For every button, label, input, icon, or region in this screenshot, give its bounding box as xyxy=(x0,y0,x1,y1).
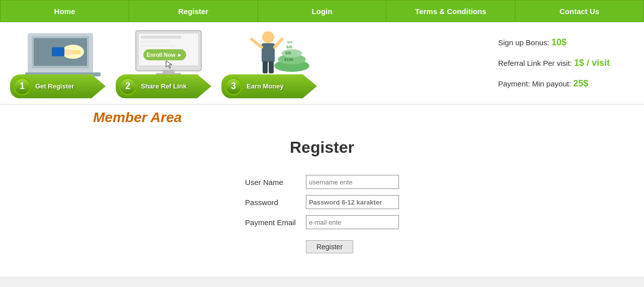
main-nav: Home Register Login Terms & Conditions C… xyxy=(0,0,644,22)
step-1-number: 1 xyxy=(13,77,31,95)
step-1: 1 Get Register xyxy=(10,28,116,99)
payment-label: Payment: Min payout: xyxy=(498,79,571,88)
svg-point-26 xyxy=(282,49,302,57)
nav-home[interactable]: Home xyxy=(1,1,129,22)
svg-rect-23 xyxy=(269,61,274,73)
info-panel: Sign up Bonus: 10$ Referral Link Per vis… xyxy=(493,27,634,99)
step-2-badge: 2 Share Ref Link xyxy=(116,74,211,99)
svg-rect-6 xyxy=(52,47,64,56)
step-1-badge: 1 Get Register xyxy=(10,74,106,99)
nav-contact[interactable]: Contact Us xyxy=(515,1,643,22)
svg-rect-19 xyxy=(262,43,275,62)
register-form: User Name Password Payment Email Registe… xyxy=(245,172,399,256)
member-area-title: Member Area xyxy=(93,110,182,125)
username-label: User Name xyxy=(245,172,306,192)
username-cell xyxy=(306,172,399,192)
password-label: Password xyxy=(245,192,306,212)
svg-text:$20: $20 xyxy=(286,45,292,49)
step-1-image xyxy=(23,28,103,78)
step-3-number: 3 xyxy=(224,77,243,95)
referral-value: 1$ / visit xyxy=(574,58,610,68)
svg-text:$100: $100 xyxy=(284,57,293,62)
svg-text:$50: $50 xyxy=(285,51,291,55)
step-2-label: Share Ref Link xyxy=(141,82,187,90)
main-content: Register User Name Password Payment Emai… xyxy=(0,128,644,276)
email-cell xyxy=(306,212,399,232)
step-2-image: Enroll Now ► xyxy=(128,28,209,78)
step-2-number: 2 xyxy=(119,77,137,95)
member-area-section: Member Area xyxy=(0,105,644,128)
svg-rect-11 xyxy=(141,41,171,43)
step-3: $100 $50 $20 $10 3 Earn Money xyxy=(221,28,327,99)
register-title: Register xyxy=(290,138,354,157)
email-label: Payment Email xyxy=(245,212,306,232)
form-row-username: User Name xyxy=(245,172,399,192)
payment-line: Payment: Min payout: 25$ xyxy=(498,78,629,89)
password-cell xyxy=(306,192,399,212)
submit-spacer xyxy=(245,232,306,256)
svg-text:Enroll Now ►: Enroll Now ► xyxy=(146,52,182,58)
referral-label: Referral Link Per visit: xyxy=(498,59,572,67)
svg-rect-12 xyxy=(141,45,176,47)
nav-login[interactable]: Login xyxy=(258,1,387,22)
form-row-submit: Register xyxy=(245,232,399,256)
email-input[interactable] xyxy=(306,215,399,229)
signup-bonus-label: Sign up Bonus: xyxy=(498,38,549,47)
step-3-image: $100 $50 $20 $10 xyxy=(234,28,314,78)
signup-bonus-value: 10$ xyxy=(551,37,567,47)
form-row-password: Password xyxy=(245,192,399,212)
hero-section: 1 Get Register Enroll Now ► xyxy=(0,22,644,105)
form-row-email: Payment Email xyxy=(245,212,399,232)
password-input[interactable] xyxy=(306,195,399,209)
submit-cell: Register xyxy=(306,232,399,256)
referral-line: Referral Link Per visit: 1$ / visit xyxy=(498,58,629,68)
nav-register[interactable]: Register xyxy=(129,1,258,22)
step-1-label: Get Register xyxy=(35,82,74,90)
svg-rect-22 xyxy=(263,61,268,73)
svg-point-18 xyxy=(262,31,274,43)
register-button[interactable]: Register xyxy=(306,240,353,253)
step-3-label: Earn Money xyxy=(247,82,284,90)
nav-terms[interactable]: Terms & Conditions xyxy=(386,1,515,22)
svg-text:$10: $10 xyxy=(287,41,293,44)
step-2: Enroll Now ► 2 Share Ref Link xyxy=(116,28,221,99)
steps-container: 1 Get Register Enroll Now ► xyxy=(10,27,493,99)
signup-bonus-line: Sign up Bonus: 10$ xyxy=(498,37,629,48)
svg-line-20 xyxy=(252,39,262,47)
payment-value: 25$ xyxy=(573,78,588,88)
svg-rect-10 xyxy=(141,36,181,39)
username-input[interactable] xyxy=(306,175,399,189)
step-3-badge: 3 Earn Money xyxy=(221,74,317,99)
svg-line-21 xyxy=(275,39,282,47)
